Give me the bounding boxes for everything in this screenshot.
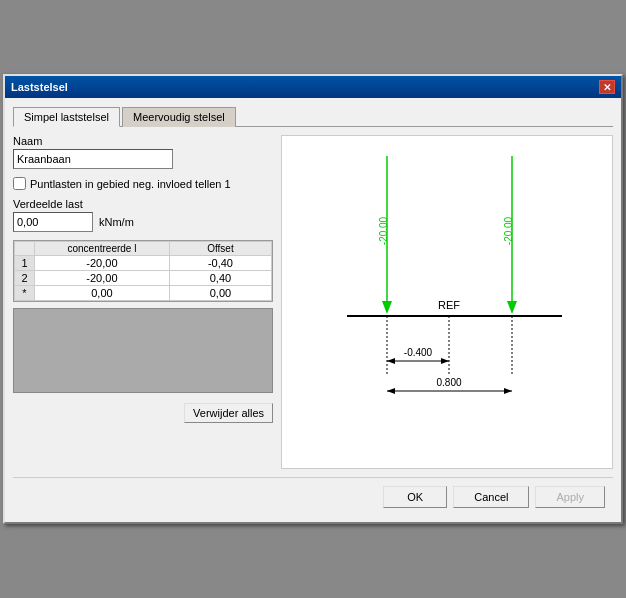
title-bar: Laststelsel ✕ bbox=[5, 76, 621, 98]
col-concentrated: concentreerde l bbox=[35, 242, 170, 256]
row-2-off-input[interactable] bbox=[195, 272, 245, 284]
main-area: Naam Puntlasten in gebied neg. invloed t… bbox=[13, 135, 613, 469]
window-content: Simpel laststelsel Meervoudig stelsel Na… bbox=[5, 98, 621, 522]
row-1-conc-input[interactable] bbox=[72, 257, 132, 269]
col-num bbox=[15, 242, 35, 256]
delete-row: Verwijder alles bbox=[13, 399, 273, 423]
row-1-num: 1 bbox=[15, 256, 35, 271]
naam-group: Naam bbox=[13, 135, 273, 169]
row-star-off-input[interactable] bbox=[195, 287, 245, 299]
val1-label: -20.00 bbox=[378, 216, 389, 245]
delete-all-button[interactable]: Verwijder alles bbox=[184, 403, 273, 423]
svg-marker-13 bbox=[504, 388, 512, 394]
row-star-num: * bbox=[15, 286, 35, 301]
left-panel: Naam Puntlasten in gebied neg. invloed t… bbox=[13, 135, 273, 469]
naam-label: Naam bbox=[13, 135, 273, 147]
checkbox-label: Puntlasten in gebied neg. invloed tellen… bbox=[30, 178, 231, 190]
tab-simpel[interactable]: Simpel laststelsel bbox=[13, 107, 120, 127]
verdeelde-input[interactable] bbox=[13, 212, 93, 232]
row-2-conc-input[interactable] bbox=[72, 272, 132, 284]
diagram-svg: -20.00 -20.00 REF bbox=[282, 136, 612, 466]
checkbox-row: Puntlasten in gebied neg. invloed tellen… bbox=[13, 177, 273, 190]
svg-marker-3 bbox=[507, 301, 517, 314]
verdeelde-group: Verdeelde last kNm/m bbox=[13, 198, 273, 232]
puntlasten-checkbox[interactable] bbox=[13, 177, 26, 190]
apply-button[interactable]: Apply bbox=[535, 486, 605, 508]
ok-button[interactable]: OK bbox=[383, 486, 447, 508]
table-row: 1 bbox=[15, 256, 272, 271]
loads-table-container: concentreerde l Offset 1 2 bbox=[13, 240, 273, 302]
main-window: Laststelsel ✕ Simpel laststelsel Meervou… bbox=[3, 74, 623, 524]
verdeelde-label: Verdeelde last bbox=[13, 198, 273, 210]
row-star-offset[interactable] bbox=[169, 286, 271, 301]
row-star-conc-input[interactable] bbox=[72, 287, 132, 299]
cancel-button[interactable]: Cancel bbox=[453, 486, 529, 508]
close-button[interactable]: ✕ bbox=[599, 80, 615, 94]
verdeelde-unit: kNm/m bbox=[99, 216, 134, 228]
row-1-off-input[interactable] bbox=[195, 257, 245, 269]
svg-marker-9 bbox=[387, 358, 395, 364]
tab-bar: Simpel laststelsel Meervoudig stelsel bbox=[13, 106, 613, 127]
row-1-offset[interactable] bbox=[169, 256, 271, 271]
svg-marker-10 bbox=[441, 358, 449, 364]
table-row: * bbox=[15, 286, 272, 301]
dim2-label: 0.800 bbox=[436, 377, 461, 388]
row-1-concentrated[interactable] bbox=[35, 256, 170, 271]
loads-table: concentreerde l Offset 1 2 bbox=[14, 241, 272, 301]
bottom-buttons: OK Cancel Apply bbox=[13, 477, 613, 514]
tab-meervoudig[interactable]: Meervoudig stelsel bbox=[122, 107, 236, 127]
row-2-num: 2 bbox=[15, 271, 35, 286]
diagram-panel: -20.00 -20.00 REF bbox=[281, 135, 613, 469]
val2-label: -20.00 bbox=[503, 216, 514, 245]
table-placeholder bbox=[13, 308, 273, 393]
svg-marker-12 bbox=[387, 388, 395, 394]
row-2-concentrated[interactable] bbox=[35, 271, 170, 286]
verdeelde-row: kNm/m bbox=[13, 212, 273, 232]
window-title: Laststelsel bbox=[11, 81, 68, 93]
naam-input[interactable] bbox=[13, 149, 173, 169]
row-star-concentrated[interactable] bbox=[35, 286, 170, 301]
ref-label: REF bbox=[438, 299, 460, 311]
table-row: 2 bbox=[15, 271, 272, 286]
dim1-label: -0.400 bbox=[404, 347, 433, 358]
col-offset: Offset bbox=[169, 242, 271, 256]
svg-marker-1 bbox=[382, 301, 392, 314]
row-2-offset[interactable] bbox=[169, 271, 271, 286]
